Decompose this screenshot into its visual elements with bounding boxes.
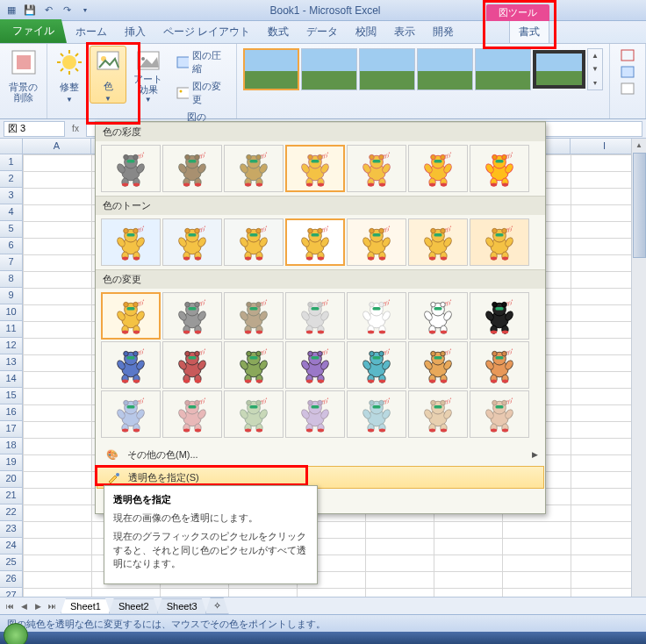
saturation-thumb[interactable]: ﾋﾂｼﾞ xyxy=(224,145,284,192)
style-thumb[interactable] xyxy=(301,48,357,90)
tab-review[interactable]: 校閲 xyxy=(347,21,385,43)
redo-icon[interactable]: ↷ xyxy=(59,3,75,18)
style-thumb[interactable] xyxy=(417,48,473,90)
recolor-thumb[interactable]: ﾋﾂｼﾞ xyxy=(470,390,529,438)
saturation-thumb[interactable]: ﾋﾂｼﾞ xyxy=(408,145,468,192)
style-thumb[interactable] xyxy=(475,48,531,90)
change-picture-button[interactable]: 図の変更 xyxy=(171,78,231,108)
sheet-tab-3[interactable]: Sheet3 xyxy=(157,598,207,614)
recolor-thumb[interactable]: ﾋﾂｼﾞ xyxy=(224,292,284,340)
row-header[interactable]: 19 xyxy=(0,454,23,471)
recolor-thumb[interactable]: ﾋﾂｼﾞ xyxy=(285,390,345,438)
tab-format[interactable]: 書式 xyxy=(509,20,549,43)
tone-thumb[interactable]: ﾋﾂｼﾞ xyxy=(101,218,161,266)
recolor-thumb[interactable]: ﾋﾂｼﾞ xyxy=(347,390,406,438)
row-header[interactable]: 6 xyxy=(0,238,23,254)
sheet-tab-2[interactable]: Sheet2 xyxy=(109,598,159,614)
row-header[interactable]: 4 xyxy=(0,204,23,221)
row-header[interactable]: 22 xyxy=(0,504,23,521)
row-header[interactable]: 18 xyxy=(0,438,23,454)
picture-styles-gallery[interactable]: ▲▼▾ xyxy=(240,46,606,93)
recolor-thumb[interactable]: ﾋﾂｼﾞ xyxy=(101,390,161,438)
gallery-more-icon[interactable]: ▲▼▾ xyxy=(587,48,603,90)
start-button[interactable] xyxy=(4,623,28,644)
row-header[interactable]: 12 xyxy=(0,338,23,354)
picture-effects-button[interactable] xyxy=(615,64,640,80)
recolor-thumb[interactable]: ﾋﾂｼﾞ xyxy=(162,390,222,438)
color-button[interactable]: 色 ▼ xyxy=(90,46,126,104)
saturation-thumb[interactable]: ﾋﾂｼﾞ xyxy=(101,145,161,192)
recolor-thumb[interactable]: ﾋﾂｼﾞ xyxy=(162,341,222,389)
row-header[interactable]: 25 xyxy=(0,555,23,571)
tab-developer[interactable]: 開発 xyxy=(424,21,463,43)
row-header[interactable]: 21 xyxy=(0,488,23,504)
row-header[interactable]: 24 xyxy=(0,538,23,555)
recolor-thumb[interactable]: ﾋﾂｼﾞ xyxy=(408,341,468,389)
row-header[interactable]: 26 xyxy=(0,571,23,588)
recolor-thumb[interactable]: ﾋﾂｼﾞ xyxy=(285,341,345,389)
compress-pictures-button[interactable]: 図の圧縮 xyxy=(171,47,231,77)
row-header[interactable]: 23 xyxy=(0,521,23,538)
picture-border-button[interactable] xyxy=(615,47,640,63)
corrections-button[interactable]: 修整 ▼ xyxy=(51,46,88,104)
style-thumb[interactable] xyxy=(243,48,299,90)
recolor-thumb[interactable]: ﾋﾂｼﾞ xyxy=(347,341,406,389)
row-header[interactable]: 10 xyxy=(0,304,23,321)
row-header[interactable]: 1 xyxy=(0,154,23,171)
tab-formulas[interactable]: 数式 xyxy=(259,21,298,43)
row-header[interactable]: 20 xyxy=(0,471,23,488)
more-colors-item[interactable]: 🎨 その他の色(M)... ▶ xyxy=(96,443,545,466)
tab-pagelayout[interactable]: ページ レイアウト xyxy=(154,21,259,43)
tone-thumb[interactable]: ﾋﾂｼﾞ xyxy=(224,218,284,266)
col-header[interactable]: I xyxy=(571,139,639,154)
picture-layout-button[interactable] xyxy=(615,81,640,97)
recolor-thumb[interactable]: ﾋﾂｼﾞ xyxy=(101,341,161,389)
row-header[interactable]: 5 xyxy=(0,221,23,238)
tab-data[interactable]: データ xyxy=(298,21,347,43)
recolor-thumb[interactable]: ﾋﾂｼﾞ xyxy=(162,292,222,340)
recolor-thumb[interactable]: ﾋﾂｼﾞ xyxy=(347,292,406,340)
row-header[interactable]: 7 xyxy=(0,254,23,271)
select-all-corner[interactable] xyxy=(0,139,23,154)
row-header[interactable]: 15 xyxy=(0,388,23,404)
row-header[interactable]: 11 xyxy=(0,321,23,338)
recolor-thumb[interactable]: ﾋﾂｼﾞ xyxy=(224,341,284,389)
tab-view[interactable]: 表示 xyxy=(385,21,424,43)
tone-thumb[interactable]: ﾋﾂｼﾞ xyxy=(162,218,222,266)
col-header[interactable]: A xyxy=(23,139,91,154)
undo-icon[interactable]: ↶ xyxy=(40,3,56,18)
row-header[interactable]: 2 xyxy=(0,171,23,188)
tone-thumb[interactable]: ﾋﾂｼﾞ xyxy=(347,218,406,266)
recolor-thumb[interactable]: ﾋﾂｼﾞ xyxy=(470,292,529,340)
remove-background-button[interactable]: 背景の 削除 xyxy=(4,46,43,104)
recolor-thumb[interactable]: ﾋﾂｼﾞ xyxy=(285,292,345,340)
artistic-effects-button[interactable]: アート効果 ▼ xyxy=(128,46,168,104)
recolor-thumb[interactable]: ﾋﾂｼﾞ xyxy=(408,390,468,438)
file-tab[interactable]: ファイル xyxy=(0,19,67,43)
new-sheet-icon[interactable]: ✧ xyxy=(205,597,229,614)
sheet-tab-1[interactable]: Sheet1 xyxy=(61,598,111,614)
row-header[interactable]: 17 xyxy=(0,421,23,438)
row-header[interactable]: 14 xyxy=(0,371,23,388)
fx-icon[interactable]: fx xyxy=(68,124,83,133)
saturation-thumb[interactable]: ﾋﾂｼﾞ xyxy=(347,145,406,192)
recolor-thumb[interactable]: ﾋﾂｼﾞ xyxy=(224,390,284,438)
recolor-thumb[interactable]: ﾋﾂｼﾞ xyxy=(470,341,529,389)
style-thumb[interactable] xyxy=(359,48,415,90)
saturation-thumb[interactable]: ﾋﾂｼﾞ xyxy=(285,145,345,192)
tab-home[interactable]: ホーム xyxy=(67,21,116,43)
qat-dropdown-icon[interactable]: ▼ xyxy=(77,3,93,18)
row-header[interactable]: 16 xyxy=(0,404,23,421)
row-header[interactable]: 13 xyxy=(0,354,23,371)
saturation-thumb[interactable]: ﾋﾂｼﾞ xyxy=(162,145,222,192)
tone-thumb[interactable]: ﾋﾂｼﾞ xyxy=(285,218,345,266)
row-header[interactable]: 9 xyxy=(0,288,23,304)
tab-insert[interactable]: 挿入 xyxy=(116,21,154,43)
recolor-thumb[interactable]: ﾋﾂｼﾞ xyxy=(101,292,161,340)
style-thumb[interactable] xyxy=(533,50,585,89)
tone-thumb[interactable]: ﾋﾂｼﾞ xyxy=(408,218,468,266)
tone-thumb[interactable]: ﾋﾂｼﾞ xyxy=(470,218,529,266)
row-header[interactable]: 8 xyxy=(0,271,23,288)
row-header[interactable]: 3 xyxy=(0,188,23,204)
recolor-thumb[interactable]: ﾋﾂｼﾞ xyxy=(408,292,468,340)
